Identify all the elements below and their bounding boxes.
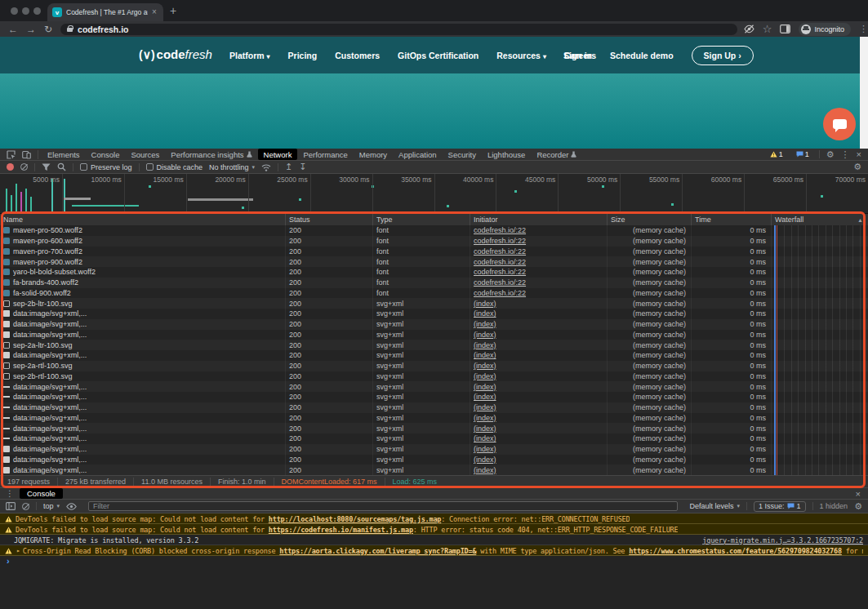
table-row[interactable]: data:image/svg+xml,...200svg+xml(index)(… bbox=[0, 413, 868, 424]
initiator-link[interactable]: (index) bbox=[474, 434, 496, 442]
table-row[interactable]: data:image/svg+xml,...200svg+xml(index)(… bbox=[0, 392, 868, 402]
source-location-link[interactable]: jquery-migrate.min.j…=3.3.2.1667235707:2 bbox=[702, 536, 863, 545]
clear-network-log-icon[interactable] bbox=[20, 163, 28, 171]
schedule-demo-link[interactable]: Schedule demo bbox=[610, 51, 674, 60]
drawer-close-icon[interactable]: × bbox=[856, 489, 868, 499]
log-levels-select[interactable]: Default levels ▾ bbox=[689, 502, 740, 510]
console-warning-message[interactable]: ▸Cross-Origin Read Blocking (CORB) block… bbox=[0, 545, 868, 556]
table-row[interactable]: data:image/svg+xml,...200svg+xml(index)(… bbox=[0, 330, 868, 340]
devtools-close-icon[interactable]: × bbox=[857, 150, 861, 159]
column-header-size[interactable]: Size bbox=[608, 214, 692, 225]
initiator-link[interactable]: codefresh.io/:22 bbox=[474, 278, 526, 287]
tab-recorder[interactable]: Recorder bbox=[531, 149, 582, 160]
table-row[interactable]: maven-pro-700.woff2200fontcodefresh.io/:… bbox=[0, 247, 868, 257]
issues-count-badge[interactable]: 1 bbox=[793, 150, 812, 158]
console-sidebar-icon[interactable] bbox=[6, 502, 16, 510]
tab-elements[interactable]: Elements bbox=[42, 149, 86, 160]
initiator-link[interactable]: (index) bbox=[474, 309, 496, 318]
table-row[interactable]: sep-2b-rtl-100.svg200svg+xml(index)(memo… bbox=[0, 371, 868, 382]
table-row[interactable]: maven-pro-900.woff2200fontcodefresh.io/:… bbox=[0, 256, 868, 267]
window-close-button[interactable] bbox=[11, 7, 18, 15]
initiator-link[interactable]: codefresh.io/:22 bbox=[474, 289, 526, 297]
codefresh-logo[interactable]: (∨)codefresh bbox=[139, 47, 212, 61]
chat-widget-button[interactable] bbox=[823, 108, 856, 140]
drawer-menu-icon[interactable]: ⋮ bbox=[0, 489, 20, 498]
initiator-link[interactable]: (index) bbox=[474, 351, 496, 359]
back-icon[interactable]: ← bbox=[8, 24, 18, 35]
import-har-icon[interactable]: ↥ bbox=[285, 162, 292, 171]
initiator-link[interactable]: (index) bbox=[474, 383, 496, 391]
initiator-link[interactable]: (index) bbox=[474, 393, 496, 401]
console-settings-gear-icon[interactable]: ⚙ bbox=[854, 502, 862, 511]
initiator-link[interactable]: (index) bbox=[474, 372, 496, 380]
window-zoom-button[interactable] bbox=[33, 7, 41, 15]
console-filter-input[interactable]: Filter bbox=[88, 501, 678, 511]
warning-count-badge[interactable]: 1 bbox=[767, 150, 786, 158]
column-header-type[interactable]: Type bbox=[373, 214, 470, 225]
initiator-link[interactable]: (index) bbox=[474, 320, 496, 328]
tab-memory[interactable]: Memory bbox=[354, 149, 393, 160]
table-row[interactable]: data:image/svg+xml,...200svg+xml(index)(… bbox=[0, 350, 868, 361]
network-conditions-icon[interactable] bbox=[261, 163, 271, 171]
nav-item-platform[interactable]: Platform▾ bbox=[229, 51, 270, 60]
initiator-link[interactable]: (index) bbox=[474, 456, 496, 464]
disable-cache-checkbox[interactable]: Disable cache bbox=[146, 163, 203, 171]
clear-console-icon[interactable] bbox=[22, 503, 29, 510]
initiator-link[interactable]: codefresh.io/:22 bbox=[474, 226, 526, 234]
table-row[interactable]: data:image/svg+xml,...200svg+xml(index)(… bbox=[0, 455, 868, 465]
nav-item-pricing[interactable]: Pricing bbox=[288, 51, 318, 60]
console-log-message[interactable]: JQMIGRATE: Migrate is installed, version… bbox=[0, 535, 868, 545]
throttling-select[interactable]: No throttling ▾ bbox=[209, 163, 255, 171]
nav-item-gitops-certification[interactable]: GitOps Certification bbox=[398, 51, 479, 60]
bookmark-star-icon[interactable]: ☆ bbox=[763, 24, 772, 33]
column-header-name[interactable]: Name bbox=[0, 214, 286, 225]
table-row[interactable]: data:image/svg+xml,...200svg+xml(index)(… bbox=[0, 433, 868, 444]
message-link[interactable]: https://codefresh.io/manifest.js.map bbox=[269, 526, 413, 534]
search-icon[interactable] bbox=[57, 162, 66, 171]
tab-security[interactable]: Security bbox=[443, 149, 482, 160]
sign-in-link[interactable]: Sign in bbox=[563, 51, 592, 60]
table-row[interactable]: data:image/svg+xml,...200svg+xml(index)(… bbox=[0, 465, 868, 475]
nav-item-customers[interactable]: Customers bbox=[335, 51, 380, 60]
message-link[interactable]: https://www.chromestatus.com/feature/562… bbox=[629, 547, 842, 555]
initiator-link[interactable]: (index) bbox=[474, 425, 496, 433]
initiator-link[interactable]: (index) bbox=[474, 300, 496, 308]
address-bar[interactable]: codefresh.io bbox=[60, 24, 737, 35]
tab-application[interactable]: Application bbox=[393, 149, 442, 160]
context-selector[interactable]: top ▾ bbox=[43, 502, 60, 510]
table-row[interactable]: yaro-bl-bold-subset.woff2200fontcodefres… bbox=[0, 267, 868, 278]
message-link[interactable]: http://localhost:8080/sourcemaps/tag.js.… bbox=[269, 515, 441, 523]
initiator-link[interactable]: (index) bbox=[474, 445, 496, 453]
device-toolbar-icon[interactable] bbox=[22, 150, 31, 159]
eye-off-icon[interactable] bbox=[744, 24, 754, 33]
console-warning-message[interactable]: DevTools failed to load source map: Coul… bbox=[0, 524, 868, 535]
initiator-link[interactable]: codefresh.io/:22 bbox=[474, 237, 526, 245]
network-overview-timeline[interactable]: 5000 ms10000 ms15000 ms20000 ms25000 ms3… bbox=[0, 174, 868, 214]
tab-network[interactable]: Network bbox=[258, 149, 298, 160]
table-row[interactable]: sep-2a-rtl-100.svg200svg+xml(index)(memo… bbox=[0, 361, 868, 371]
table-row[interactable]: data:image/svg+xml,...200svg+xml(index)(… bbox=[0, 309, 868, 319]
table-row[interactable]: maven-pro-600.woff2200fontcodefresh.io/:… bbox=[0, 236, 868, 247]
column-header-initiator[interactable]: Initiator bbox=[470, 214, 608, 225]
side-panel-icon[interactable] bbox=[780, 24, 790, 33]
initiator-link[interactable]: (index) bbox=[474, 414, 496, 422]
column-header-status[interactable]: Status bbox=[286, 214, 373, 225]
expand-triangle-icon[interactable]: ▸ bbox=[16, 547, 20, 554]
live-expression-eye-icon[interactable] bbox=[66, 503, 77, 510]
network-settings-gear-icon[interactable]: ⚙ bbox=[853, 162, 861, 171]
window-minimize-button[interactable] bbox=[22, 7, 29, 15]
inspect-element-icon[interactable] bbox=[7, 150, 16, 159]
devtools-menu-icon[interactable]: ⋮ bbox=[841, 150, 850, 159]
tab-close-icon[interactable]: × bbox=[152, 8, 157, 16]
issues-button[interactable]: 1 Issue: 1 bbox=[754, 501, 806, 512]
table-row[interactable]: maven-pro-500.woff2200fontcodefresh.io/:… bbox=[0, 225, 868, 236]
initiator-link[interactable]: codefresh.io/:22 bbox=[474, 258, 526, 266]
tab-performance-insights[interactable]: Performance insights bbox=[165, 149, 257, 160]
tab-console[interactable]: Console bbox=[20, 488, 63, 499]
console-prompt[interactable]: › bbox=[0, 556, 868, 567]
table-row[interactable]: fa-brands-400.woff2200fontcodefresh.io/:… bbox=[0, 278, 868, 288]
initiator-link[interactable]: (index) bbox=[474, 331, 496, 339]
table-row[interactable]: fa-solid-900.woff2200fontcodefresh.io/:2… bbox=[0, 288, 868, 299]
initiator-link[interactable]: (index) bbox=[474, 341, 496, 349]
sign-up-button[interactable]: Sign Up › bbox=[692, 46, 754, 65]
